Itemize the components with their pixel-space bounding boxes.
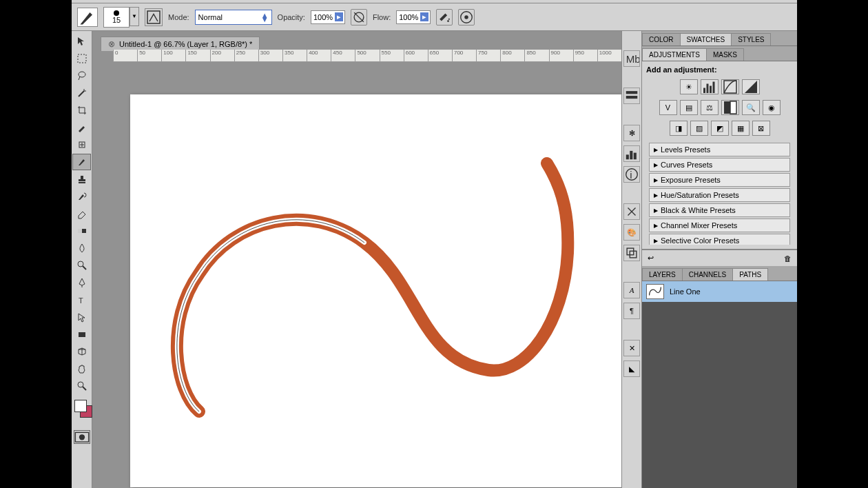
preset-label: Channel Mixer Presets (661, 221, 737, 230)
masks-tab[interactable]: MASKS (706, 48, 744, 61)
zoom-tool[interactable] (72, 378, 91, 394)
hand-tool[interactable] (72, 360, 91, 377)
posterize-icon[interactable]: ▨ (690, 121, 708, 136)
blend-mode-select[interactable]: Normal ▲▼ (195, 10, 272, 25)
close-tab-icon[interactable]: ⊗ (108, 39, 115, 49)
airbrush-icon[interactable] (436, 9, 453, 26)
svg-text:T: T (79, 296, 83, 305)
stamp-tool[interactable] (72, 171, 91, 187)
shape-tool[interactable] (72, 326, 91, 343)
svg-point-5 (464, 15, 468, 19)
document-tab[interactable]: ⊗ Untitled-1 @ 66.7% (Layer 1, RGB/8*) * (101, 37, 260, 51)
preset-item[interactable]: ▶Black & White Presets (649, 203, 790, 217)
gradient-map-icon[interactable]: ▦ (732, 121, 750, 136)
swatches-tab[interactable]: SWATCHES (680, 33, 732, 45)
brush-tool[interactable] (72, 154, 91, 170)
exposure-icon[interactable] (742, 79, 760, 94)
styles-tab[interactable]: STYLES (731, 33, 771, 45)
bw-icon[interactable] (721, 100, 739, 115)
path-item[interactable]: Line One (642, 281, 797, 302)
opacity-input[interactable]: 100% ▸ (311, 10, 345, 24)
brush-dropdown-arrow[interactable]: ▼ (130, 7, 139, 26)
photo-filter-icon[interactable]: 🔍 (742, 100, 760, 115)
preset-item[interactable]: ▶Channel Mixer Presets (649, 218, 790, 232)
crop-tool[interactable] (72, 102, 91, 119)
dodge-tool[interactable] (72, 257, 91, 274)
brush-panel-toggle[interactable] (145, 8, 163, 26)
histogram-icon[interactable] (623, 145, 640, 162)
preset-item[interactable]: ▶Hue/Saturation Presets (649, 188, 790, 202)
clone-source-icon[interactable] (623, 203, 640, 220)
threshold-icon[interactable]: ◩ (711, 121, 729, 136)
tool-presets-icon[interactable]: 🎨 (623, 224, 640, 241)
3d-tool[interactable] (72, 343, 91, 360)
info-icon[interactable]: i (623, 166, 640, 183)
invert-icon[interactable]: ◨ (670, 121, 688, 136)
pen-tool[interactable] (72, 274, 91, 291)
brush-preset-picker[interactable]: 15 (103, 7, 130, 28)
quick-mask-toggle[interactable] (74, 430, 90, 444)
blur-tool[interactable] (72, 240, 91, 256)
mini-bridge-icon[interactable]: Mb (623, 50, 640, 67)
ruler-tick: 400 (307, 50, 331, 61)
eraser-tool[interactable] (72, 205, 91, 222)
type-tool[interactable]: T (72, 292, 91, 308)
gradient-tool[interactable] (72, 223, 91, 239)
disclosure-triangle-icon: ▶ (654, 177, 658, 183)
brightness-contrast-icon[interactable]: ☀ (680, 79, 698, 94)
adjustment-trash-icon[interactable]: 🗑 (784, 254, 792, 263)
adjustments-tab[interactable]: ADJUSTMENTS (642, 48, 707, 61)
preset-item[interactable]: ▶Selective Color Presets (649, 234, 790, 245)
layers-tab[interactable]: LAYERS (642, 268, 683, 281)
hue-sat-icon[interactable]: ▤ (680, 100, 698, 115)
healing-tool[interactable] (72, 136, 91, 153)
layer-comps-icon[interactable] (623, 245, 640, 261)
svg-rect-34 (730, 101, 736, 114)
history-icon[interactable] (623, 88, 640, 104)
disclosure-triangle-icon: ▶ (654, 147, 658, 153)
preset-item[interactable]: ▶Levels Presets (649, 143, 790, 156)
marquee-tool[interactable] (72, 50, 91, 67)
svg-rect-14 (79, 332, 85, 337)
history-brush-tool[interactable] (72, 188, 91, 205)
wand-tool[interactable] (72, 85, 91, 101)
path-select-tool[interactable] (72, 309, 91, 325)
color-tab[interactable]: COLOR (642, 33, 681, 45)
preset-label: Hue/Saturation Presets (661, 191, 739, 199)
vibrance-icon[interactable]: V (659, 100, 677, 115)
tablet-size-icon[interactable] (458, 9, 475, 26)
canvas[interactable] (130, 94, 621, 487)
selective-color-icon[interactable]: ⊠ (752, 121, 770, 136)
actions-icon[interactable]: ✕ (623, 340, 640, 356)
move-tool[interactable] (72, 33, 91, 50)
foreground-color[interactable] (74, 400, 87, 412)
lasso-tool[interactable] (72, 68, 91, 84)
character-icon[interactable]: A (623, 282, 640, 298)
color-balance-icon[interactable]: ⚖ (701, 100, 719, 115)
paths-tab[interactable]: PATHS (732, 268, 768, 281)
flow-label: Flow: (373, 13, 391, 21)
ruler-tick: 150 (185, 50, 209, 61)
paragraph-icon[interactable]: ¶ (623, 303, 640, 319)
notes-icon[interactable]: ◣ (623, 360, 640, 377)
flow-input[interactable]: 100% ▸ (396, 10, 431, 24)
ruler-tick: 600 (404, 50, 428, 61)
channel-mixer-icon[interactable]: ◉ (763, 100, 781, 115)
disclosure-triangle-icon: ▶ (654, 192, 658, 199)
preset-item[interactable]: ▶Curves Presets (649, 158, 790, 172)
adjustment-return-icon[interactable]: ↩ (648, 254, 654, 263)
levels-icon[interactable] (701, 79, 719, 94)
tool-preset-picker[interactable] (77, 8, 98, 27)
adjustments-panel-tabs: ADJUSTMENTS MASKS (642, 46, 797, 61)
preset-label: Exposure Presets (661, 176, 721, 184)
svg-text:i: i (630, 169, 632, 181)
curves-icon[interactable] (721, 79, 739, 94)
channels-tab[interactable]: CHANNELS (682, 268, 733, 281)
preset-item[interactable]: ▶Exposure Presets (649, 173, 790, 187)
ruler-tick: 200 (210, 50, 234, 61)
brush-presets-icon[interactable]: ✻ (623, 125, 640, 141)
eyedropper-tool[interactable] (72, 119, 91, 136)
tablet-opacity-icon[interactable] (351, 9, 367, 26)
ruler-tick: 0 (113, 50, 137, 61)
svg-point-17 (79, 434, 84, 440)
